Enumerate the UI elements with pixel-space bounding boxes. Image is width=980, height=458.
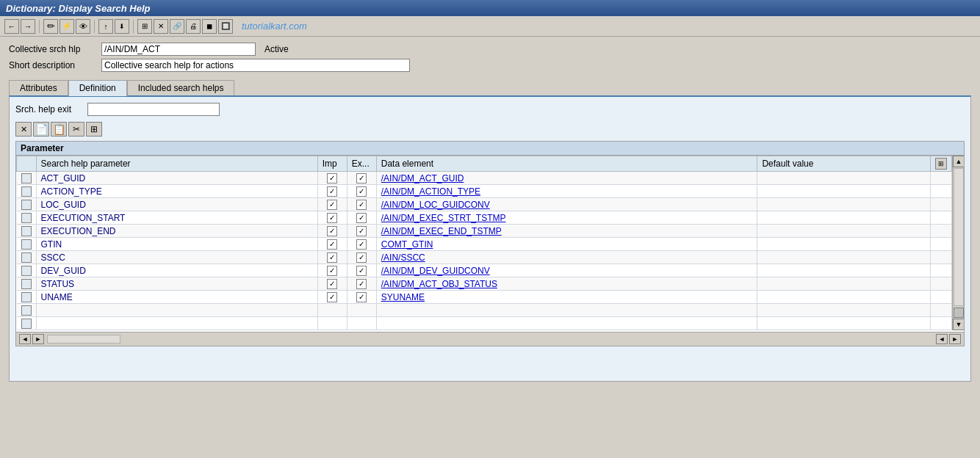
data-element-cell[interactable]: /AIN/DM_DEV_GUIDCONV [376,264,757,277]
imp-cell[interactable]: ✓ [317,251,347,264]
exp-cell[interactable]: ✓ [347,185,376,198]
activate-button[interactable]: ⚡ [60,19,74,34]
exp-checkbox[interactable]: ✓ [356,239,367,250]
row-select-cell[interactable] [17,291,37,304]
exp-cell[interactable]: ✓ [347,238,376,251]
row-select-box[interactable] [21,213,32,223]
data-element-cell[interactable] [376,317,757,330]
short-desc-input[interactable] [101,59,410,72]
imp-checkbox[interactable]: ✓ [327,292,337,302]
data-element-cell[interactable]: COMT_GTIN [376,238,757,251]
row-select-box[interactable] [21,239,32,250]
row-select-box[interactable] [21,319,32,329]
data-element-cell[interactable]: /AIN/DM_ACT_GUID [376,172,757,185]
row-select-cell[interactable] [17,172,37,185]
data-element-cell[interactable]: /AIN/DM_LOC_GUIDCONV [376,198,757,211]
row-select-box[interactable] [21,266,32,276]
imp-cell[interactable]: ✓ [317,225,347,238]
imp-cell[interactable]: ✓ [317,277,347,291]
imp-checkbox[interactable]: ✓ [327,200,337,210]
delete-row-button[interactable]: ✕ [15,122,32,137]
imp-cell[interactable] [317,317,347,330]
hscroll-left-btn[interactable]: ◄ [19,334,31,344]
paste-row-button[interactable]: 📋 [51,122,67,137]
row-select-box[interactable] [21,252,32,263]
copy-button[interactable]: ⊞ [137,19,152,34]
row-select-cell[interactable] [17,264,37,277]
data-element-cell[interactable]: /AIN/DM_ACTION_TYPE [376,185,757,198]
exp-checkbox[interactable]: ✓ [356,173,367,183]
exp-checkbox[interactable]: ✓ [356,226,367,236]
scroll-up-btn[interactable]: ▲ [953,156,964,167]
hscroll-track[interactable] [47,335,120,344]
hscroll-far-right-btn[interactable]: ► [949,334,961,344]
srch-exit-input[interactable] [87,103,220,116]
back-button[interactable]: ← [4,19,19,34]
nav-up-button[interactable]: ↑ [98,19,113,34]
imp-cell[interactable]: ✓ [317,264,347,277]
row-select-box[interactable] [21,173,32,183]
data-element-cell[interactable]: /AIN/SSCC [376,251,757,264]
row-select-box[interactable] [21,305,32,316]
imp-checkbox[interactable]: ✓ [327,279,337,289]
data-element-cell[interactable]: /AIN/DM_ACT_OBJ_STATUS [376,277,757,291]
exp-checkbox[interactable]: ✓ [356,200,367,210]
row-select-cell[interactable] [17,211,37,225]
data-element-cell[interactable]: SYUNAME [376,291,757,304]
vertical-scrollbar[interactable]: ▲ ▼ [952,156,964,330]
imp-cell[interactable]: ✓ [317,291,347,304]
row-select-cell[interactable] [17,251,37,264]
row-select-box[interactable] [21,226,32,236]
scroll-track[interactable] [954,168,964,306]
display-button[interactable]: 👁 [76,19,90,34]
exp-cell[interactable]: ✓ [347,251,376,264]
delete-button[interactable]: ✕ [154,19,168,34]
imp-checkbox[interactable]: ✓ [327,226,337,236]
grid-icon[interactable]: ⊞ [935,158,947,170]
exp-cell[interactable]: ✓ [347,172,376,185]
row-select-cell[interactable] [17,277,37,291]
cut-row-button[interactable]: ✂ [68,122,84,137]
imp-checkbox[interactable]: ✓ [327,239,337,250]
exp-checkbox[interactable]: ✓ [356,213,367,223]
imp-cell[interactable]: ✓ [317,185,347,198]
row-select-cell[interactable] [17,185,37,198]
copy-row-button[interactable]: 📄 [33,122,49,137]
exp-cell[interactable]: ✓ [347,225,376,238]
exp-cell[interactable]: ✓ [347,291,376,304]
imp-cell[interactable]: ✓ [317,198,347,211]
data-element-cell[interactable]: /AIN/DM_EXEC_STRT_TSTMP [376,211,757,225]
imp-checkbox[interactable]: ✓ [327,173,337,183]
exp-checkbox[interactable]: ✓ [356,266,367,276]
hscroll-right-btn[interactable]: ► [32,334,44,344]
imp-checkbox[interactable]: ✓ [327,266,337,276]
exp-cell[interactable]: ✓ [347,211,376,225]
imp-cell[interactable]: ✓ [317,172,347,185]
nav-down-button[interactable]: ⬇ [115,19,129,34]
exp-cell[interactable]: ✓ [347,264,376,277]
exp-checkbox[interactable]: ✓ [356,279,367,289]
hscroll-far-left-btn[interactable]: ◄ [936,334,948,344]
row-select-cell[interactable] [17,198,37,211]
tab-attributes[interactable]: Attributes [9,80,68,96]
info-button[interactable]: ◼ [202,19,217,34]
collective-input[interactable] [101,43,256,56]
row-select-cell[interactable] [17,304,37,317]
imp-checkbox[interactable]: ✓ [327,186,337,197]
data-element-cell[interactable] [376,304,757,317]
imp-checkbox[interactable]: ✓ [327,213,337,223]
merge-button[interactable]: ⊞ [86,122,102,137]
exp-cell[interactable]: ✓ [347,198,376,211]
row-select-box[interactable] [21,292,32,302]
print-button[interactable]: 🖨 [186,19,201,34]
forward-button[interactable]: → [21,19,35,34]
imp-cell[interactable] [317,304,347,317]
exp-checkbox[interactable]: ✓ [356,292,367,302]
row-select-cell[interactable] [17,317,37,330]
imp-checkbox[interactable]: ✓ [327,252,337,263]
exp-cell[interactable] [347,304,376,317]
tab-included[interactable]: Included search helps [127,80,235,96]
exp-checkbox[interactable]: ✓ [356,252,367,263]
data-element-cell[interactable]: /AIN/DM_EXEC_END_TSTMP [376,225,757,238]
exp-cell[interactable]: ✓ [347,277,376,291]
